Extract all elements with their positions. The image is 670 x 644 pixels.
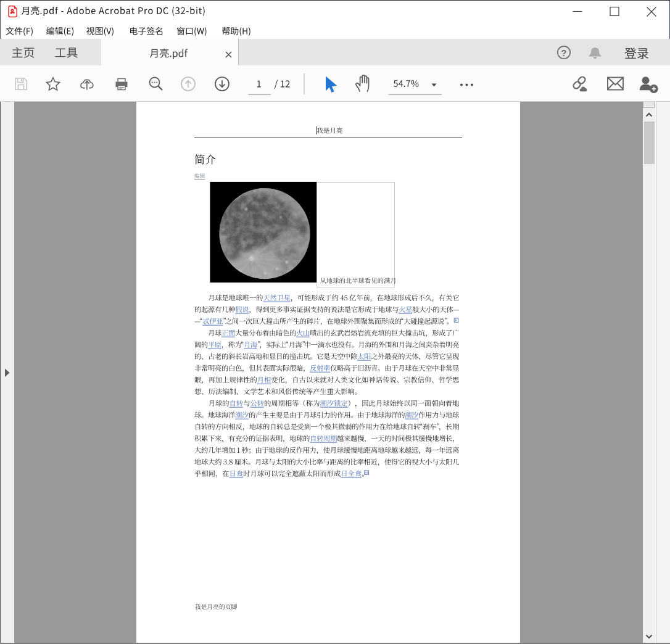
svg-text:?: ? — [561, 48, 567, 58]
